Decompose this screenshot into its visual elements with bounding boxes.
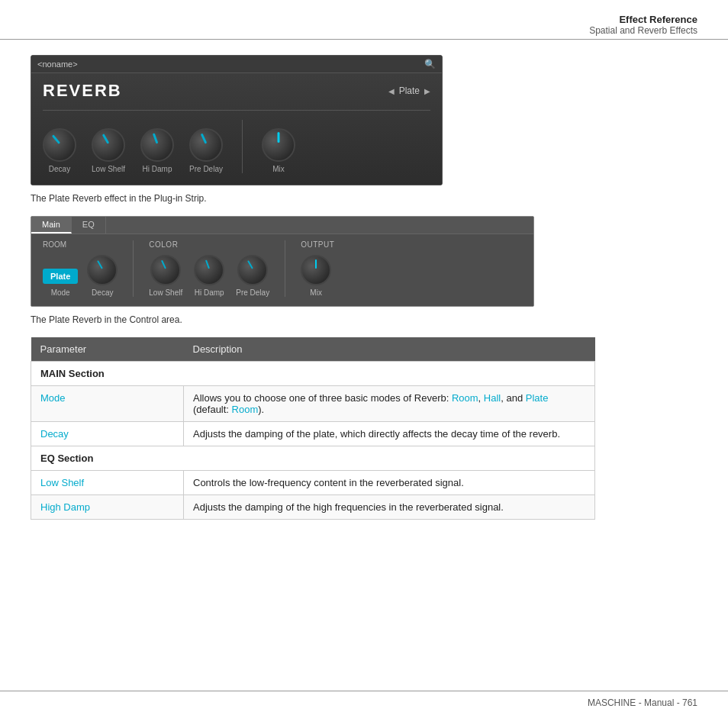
ctrl-mix-group: Mix xyxy=(301,255,331,297)
table-row: Mode Allows you to choose one of three b… xyxy=(31,386,595,422)
mix-knob[interactable] xyxy=(262,128,295,162)
lowshelf-desc-cell: Controls the low-frequency content in th… xyxy=(184,471,595,495)
lowshelf-param-link[interactable]: Low Shelf xyxy=(40,477,84,488)
predelay-knob-group: Pre Delay xyxy=(189,128,223,173)
page-header: Effect Reference Spatial and Reverb Effe… xyxy=(0,0,728,40)
room-section: ROOM Plate Mode Decay xyxy=(43,240,118,297)
ctrl-hidamp-group: Hi Damp xyxy=(194,255,224,297)
table-header: Parameter Description xyxy=(31,337,595,362)
page-footer: MASCHINE - Manual - 761 xyxy=(0,691,728,714)
plugin-strip-caption: The Plate Reverb effect in the Plug-in S… xyxy=(31,193,697,204)
plugin-noname: <noname> xyxy=(37,60,78,69)
ctrl-lowshelf-label: Low Shelf xyxy=(149,288,182,297)
plate-link[interactable]: Plate xyxy=(526,392,549,404)
ctrl-decay-label: Decay xyxy=(92,288,113,297)
tab-main[interactable]: Main xyxy=(31,217,72,234)
mode-value: Plate xyxy=(399,85,420,96)
control-area-caption: The Plate Reverb in the Control area. xyxy=(31,314,697,325)
mode-param-cell: Mode xyxy=(31,386,184,422)
control-tabs: Main EQ xyxy=(31,217,533,234)
control-body: ROOM Plate Mode Decay COLOR xyxy=(31,234,533,306)
plugin-topbar: <noname> 🔍 xyxy=(31,56,442,73)
decay-desc-cell: Adjusts the damping of the plate, which … xyxy=(184,422,595,446)
highdamp-desc-cell: Adjusts the damping of the high frequenc… xyxy=(184,495,595,520)
hidamp-knob[interactable] xyxy=(140,128,174,162)
param-table: Parameter Description MAIN Section Mode … xyxy=(31,337,595,520)
predelay-label: Pre Delay xyxy=(189,165,223,173)
table-body: MAIN Section Mode Allows you to choose o… xyxy=(31,362,595,520)
header-title: Effect Reference xyxy=(31,14,697,25)
reverb-title: REVERB xyxy=(43,81,122,101)
reverb-header: REVERB ◀ Plate ▶ xyxy=(43,81,430,101)
hidamp-label: Hi Damp xyxy=(143,165,172,173)
decay-knob-group: Decay xyxy=(43,128,76,173)
control-area: Main EQ ROOM Plate Mode Decay xyxy=(31,216,534,307)
knobs-row: Decay Low Shelf Hi Damp Pre Delay M xyxy=(43,120,430,173)
ctrl-predelay-label: Pre Delay xyxy=(236,288,269,297)
ctrl-lowshelf-knob[interactable] xyxy=(150,255,181,285)
reverb-mode: ◀ Plate ▶ xyxy=(388,85,430,96)
left-arrow-icon: ◀ xyxy=(388,87,395,95)
hidamp-knob-group: Hi Damp xyxy=(140,128,174,173)
ctrl-predelay-group: Pre Delay xyxy=(236,255,269,297)
lowshelf-label: Low Shelf xyxy=(92,165,125,173)
hall-link[interactable]: Hall xyxy=(484,392,501,404)
room-bottom: Plate Mode Decay xyxy=(43,255,118,297)
right-arrow-icon: ▶ xyxy=(424,87,430,95)
mix-label: Mix xyxy=(272,165,285,173)
lowshelf-knob[interactable] xyxy=(92,128,125,162)
output-section: OUTPUT Mix xyxy=(301,240,334,297)
color-knobs: Low Shelf Hi Damp Pre Delay xyxy=(149,255,269,297)
output-label: OUTPUT xyxy=(301,240,334,249)
mode-group: Plate Mode xyxy=(43,269,78,297)
decay-param-link[interactable]: Decay xyxy=(40,428,69,440)
reverb-divider xyxy=(43,110,430,111)
lowshelf-knob-group: Low Shelf xyxy=(92,128,125,173)
decay-param-cell: Decay xyxy=(31,422,184,446)
predelay-knob[interactable] xyxy=(189,128,223,162)
tab-eq[interactable]: EQ xyxy=(72,217,106,234)
header-subtitle: Spatial and Reverb Effects xyxy=(31,25,697,36)
room-color-divider xyxy=(133,240,134,297)
mix-separator xyxy=(242,120,243,173)
footer-right: MASCHINE - Manual - 761 xyxy=(588,697,697,708)
plugin-strip: <noname> 🔍 REVERB ◀ Plate ▶ Decay xyxy=(31,55,443,185)
ctrl-decay-group: Decay xyxy=(87,255,118,297)
decay-knob[interactable] xyxy=(43,128,76,162)
ctrl-predelay-knob[interactable] xyxy=(237,255,268,285)
ctrl-hidamp-label: Hi Damp xyxy=(195,288,224,297)
highdamp-param-cell: High Damp xyxy=(31,495,184,520)
mode-param-link[interactable]: Mode xyxy=(40,392,66,404)
mode-desc-cell: Allows you to choose one of three basic … xyxy=(184,386,595,422)
table-row: MAIN Section xyxy=(31,362,595,386)
mode-button[interactable]: Plate xyxy=(43,269,78,284)
col1-header: Parameter xyxy=(31,337,184,362)
ctrl-decay-knob[interactable] xyxy=(87,255,118,285)
table-row: Decay Adjusts the damping of the plate, … xyxy=(31,422,595,446)
decay-label: Decay xyxy=(49,165,70,173)
col2-header: Description xyxy=(184,337,595,362)
table-row: EQ Section xyxy=(31,446,595,471)
main-section-label: MAIN Section xyxy=(31,362,595,386)
room-label: ROOM xyxy=(43,240,118,249)
color-label: COLOR xyxy=(149,240,269,249)
ctrl-lowshelf-group: Low Shelf xyxy=(149,255,182,297)
color-section: COLOR Low Shelf Hi Damp Pre Delay xyxy=(149,240,269,297)
ctrl-mix-label: Mix xyxy=(310,288,322,297)
search-icon: 🔍 xyxy=(424,59,436,69)
output-knobs: Mix xyxy=(301,255,334,297)
room-default-link[interactable]: Room xyxy=(232,404,259,415)
ctrl-mix-knob[interactable] xyxy=(301,255,331,285)
table-row: Low Shelf Controls the low-frequency con… xyxy=(31,471,595,495)
highdamp-param-link[interactable]: High Damp xyxy=(40,501,90,513)
lowshelf-param-cell: Low Shelf xyxy=(31,471,184,495)
ctrl-hidamp-knob[interactable] xyxy=(194,255,224,285)
mode-btn-label: Mode xyxy=(51,288,70,297)
main-content: <noname> 🔍 REVERB ◀ Plate ▶ Decay xyxy=(0,40,728,550)
color-output-divider xyxy=(285,240,285,297)
table-row: High Damp Adjusts the damping of the hig… xyxy=(31,495,595,520)
mix-knob-group: Mix xyxy=(262,128,295,173)
room-link[interactable]: Room xyxy=(452,392,478,404)
eq-section-label: EQ Section xyxy=(31,446,595,471)
plugin-inner: REVERB ◀ Plate ▶ Decay Low Shelf xyxy=(31,73,442,185)
